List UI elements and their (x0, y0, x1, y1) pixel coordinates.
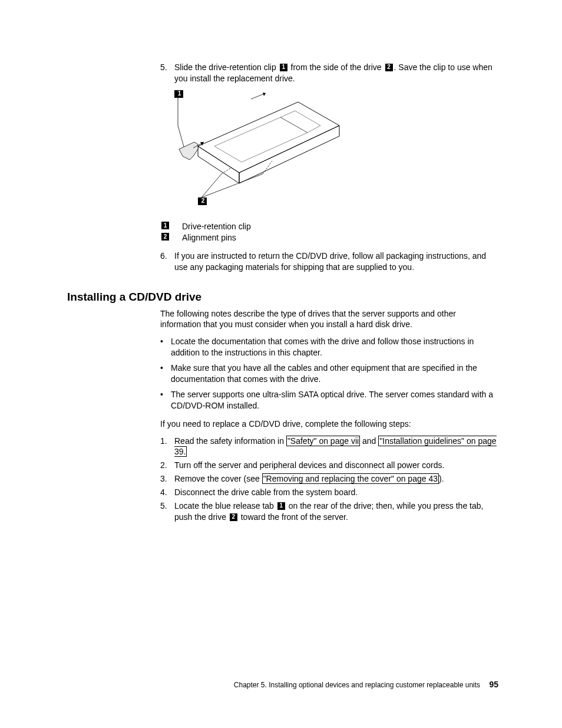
svg-marker-6 (214, 117, 308, 162)
step-number: 6. (160, 251, 174, 273)
step-number: 2. (160, 460, 174, 471)
svg-marker-5 (198, 146, 239, 183)
bullet-item: Locate the documentation that comes with… (171, 336, 498, 358)
step-number: 3. (160, 473, 174, 485)
callout-2-icon: 2 (385, 64, 393, 71)
page-footer: Chapter 5. Installing optional devices a… (234, 680, 498, 689)
section-heading: Installing a CD/DVD drive (67, 291, 498, 304)
footer-chapter: Chapter 5. Installing optional devices a… (234, 681, 480, 689)
page-number: 95 (489, 680, 498, 689)
step-number: 1. (160, 436, 174, 458)
step-number: 5. (160, 500, 174, 523)
svg-line-16 (222, 168, 231, 174)
callout-2-icon: 2 (230, 513, 237, 521)
svg-line-2 (178, 126, 184, 147)
callout-1-icon: 1 (280, 64, 287, 71)
safety-link[interactable]: "Safety" on page vii (286, 436, 360, 446)
step-text: Disconnect the drive cable from the syst… (174, 487, 498, 498)
step-text: Slide the drive-retention clip 1 from th… (174, 62, 498, 84)
legend-label-1: Drive-retention clip (182, 222, 251, 231)
legend-callout-1-icon: 1 (161, 222, 169, 229)
step-text: Read the safety information in "Safety" … (174, 436, 498, 458)
legend-label-2: Alignment pins (182, 233, 236, 242)
intro-paragraph: The following notes describe the type of… (160, 308, 498, 331)
svg-line-17 (263, 161, 272, 174)
drive-retention-figure: 1 2 (174, 90, 498, 216)
figure-callout-1-icon: 1 (176, 90, 183, 98)
step-text: Remove the cover (see "Removing and repl… (174, 473, 498, 485)
step-number: 4. (160, 487, 174, 498)
svg-line-15 (201, 174, 263, 197)
figure-callout-2-icon: 2 (199, 197, 207, 205)
svg-marker-10 (179, 142, 198, 160)
svg-marker-4 (239, 126, 339, 183)
removing-cover-link[interactable]: "Removing and replacing the cover" on pa… (262, 473, 439, 484)
figure-legend: 1 Drive-retention clip 2 Alignment pins (160, 222, 498, 242)
bullet-item: The server supports one ultra-slim SATA … (171, 389, 498, 411)
replace-intro: If you need to replace a CD/DVD drive, c… (160, 419, 498, 430)
svg-marker-7 (280, 111, 320, 133)
legend-callout-2-icon: 2 (161, 233, 169, 241)
callout-1-icon: 1 (277, 502, 285, 510)
step-text: Turn off the server and peripheral devic… (174, 460, 498, 471)
bullet-item: Make sure that you have all the cables a… (171, 363, 498, 385)
step-number: 5. (160, 62, 174, 84)
svg-marker-3 (198, 102, 339, 173)
step-text: If you are instructed to return the CD/D… (174, 251, 498, 273)
svg-line-14 (201, 174, 222, 197)
step-text: Locate the blue release tab 1 on the rea… (174, 500, 498, 523)
